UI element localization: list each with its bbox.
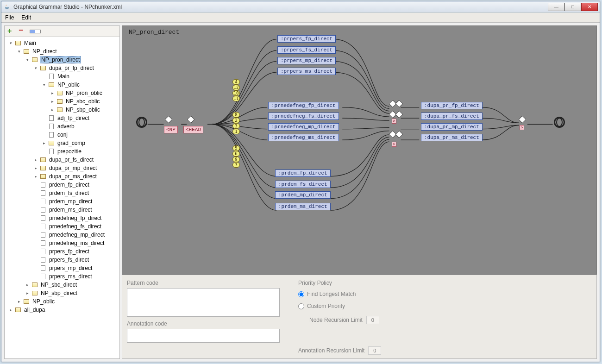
- expand-icon[interactable]: ▸: [50, 91, 55, 95]
- tree-item[interactable]: prdem_mp_direct: [6, 197, 119, 206]
- expand-icon[interactable]: ▸: [33, 157, 38, 162]
- priority-policy-label: Priority Policy: [298, 280, 381, 286]
- tree-item[interactable]: ▸NP_pron_oblic: [6, 89, 119, 97]
- tag-gt[interactable]: >: [392, 142, 396, 147]
- tree-item[interactable]: ▸dupa_pr_ms_direct: [6, 172, 119, 181]
- tree-item[interactable]: ▾NP_oblic: [6, 81, 119, 89]
- expand-icon[interactable]: ▸: [42, 141, 46, 145]
- minimize-button[interactable]: —: [548, 3, 564, 11]
- close-button[interactable]: ✕: [581, 3, 598, 11]
- grammar-tree[interactable]: ▾Main▾NP_direct▾NP_pron_direct▾dupa_pr_f…: [5, 37, 119, 358]
- collapse-icon[interactable]: ▾: [25, 57, 30, 62]
- node-prpers-fs[interactable]: :prpers_fs_direct: [277, 46, 336, 54]
- tag-gt[interactable]: >: [520, 125, 524, 130]
- tree-item[interactable]: ▾Main: [6, 39, 119, 47]
- node-prpers-mp[interactable]: :prpers_mp_direct: [277, 57, 336, 64]
- tree-item[interactable]: prpers_fp_direct: [6, 247, 119, 256]
- tree-item[interactable]: prnedefneg_fp_direct: [6, 214, 119, 222]
- tag-gt[interactable]: >: [392, 119, 396, 124]
- node-prnedefneg-mp[interactable]: :prnedefneg_mp_direct: [268, 123, 339, 131]
- tag-np[interactable]: <NP: [164, 126, 178, 133]
- menu-edit[interactable]: Edit: [21, 14, 31, 21]
- expand-icon[interactable]: ▸: [33, 166, 38, 170]
- node-dupa-fp[interactable]: :dupa_pr_fp_direct: [421, 102, 483, 109]
- tree-item[interactable]: ▾dupa_pr_fp_direct: [6, 64, 119, 72]
- tree-item[interactable]: ▸NP_sbp_direct: [6, 289, 119, 297]
- node-dupa-ms[interactable]: :dupa_pr_ms_direct: [421, 134, 483, 141]
- pattern-code-input[interactable]: [127, 288, 280, 317]
- radio-custom-priority[interactable]: Custom Priority: [298, 303, 381, 309]
- expand-icon[interactable]: ▸: [25, 291, 30, 295]
- tree-item[interactable]: ▾NP_pron_direct: [6, 56, 119, 64]
- diamond-np-in[interactable]: [165, 116, 173, 124]
- node-prdem-ms[interactable]: :prdem_ms_direct: [275, 203, 331, 210]
- diamond-head-in[interactable]: [187, 116, 195, 124]
- tree-item[interactable]: ▾NP_direct: [6, 47, 119, 56]
- collapse-icon[interactable]: ▾: [33, 66, 38, 70]
- diamond-mid[interactable]: [395, 131, 403, 138]
- graph-canvas[interactable]: NP_pron_direct: [122, 25, 597, 275]
- tree-item[interactable]: prpers_mp_direct: [6, 264, 119, 272]
- node-recursion-input[interactable]: [366, 316, 379, 324]
- tree-item[interactable]: adverb: [6, 122, 119, 131]
- radio-longest-match[interactable]: Find Longest Match: [298, 291, 381, 297]
- node-prdem-fs[interactable]: :prdem_fs_direct: [275, 181, 331, 188]
- node-prnedefneg-fs[interactable]: :prnedefneg_fs_direct: [268, 113, 339, 120]
- diamond-mid[interactable]: [395, 111, 403, 119]
- tree-item[interactable]: ▸NP_sbc_direct: [6, 281, 119, 289]
- diamond-end[interactable]: [519, 116, 527, 124]
- add-icon[interactable]: +: [7, 28, 15, 35]
- annotation-recursion-input[interactable]: [368, 346, 381, 355]
- tree-item[interactable]: ▸dupa_pr_mp_direct: [6, 164, 119, 172]
- expand-icon[interactable]: ▸: [50, 107, 55, 112]
- tree-item[interactable]: ▸NP_sbp_oblic: [6, 106, 119, 114]
- node-prpers-fp[interactable]: :prpers_fp_direct: [277, 35, 336, 43]
- radio-custom-priority-input[interactable]: [298, 303, 304, 309]
- node-dupa-mp[interactable]: :dupa_pr_mp_direct: [421, 123, 483, 131]
- tree-item[interactable]: ▸NP_sbc_oblic: [6, 97, 119, 106]
- tree-item[interactable]: prnedefneg_mp_direct: [6, 231, 119, 239]
- tree-item[interactable]: Main: [6, 72, 119, 81]
- tree-item[interactable]: prdem_fs_direct: [6, 189, 119, 197]
- tree-item[interactable]: prnedefneg_ms_direct: [6, 239, 119, 247]
- tree-item[interactable]: prpers_ms_direct: [6, 272, 119, 281]
- tree-item[interactable]: prnedefneg_fs_direct: [6, 222, 119, 231]
- node-prdem-mp[interactable]: :prdem_mp_direct: [275, 191, 331, 199]
- start-terminal[interactable]: [136, 117, 147, 128]
- remove-icon[interactable]: −: [19, 28, 26, 35]
- node-dupa-fs[interactable]: :dupa_pr_fs_direct: [421, 113, 483, 120]
- menu-file[interactable]: File: [5, 14, 14, 21]
- tree-item[interactable]: ▸dupa_pr_fs_direct: [6, 156, 119, 164]
- file-icon: [40, 248, 46, 255]
- tree-item[interactable]: ▸grad_comp: [6, 139, 119, 147]
- file-icon: [40, 240, 46, 246]
- tree-item[interactable]: conj: [6, 131, 119, 139]
- tag-head[interactable]: <HEAD: [183, 126, 203, 133]
- annotation-code-input[interactable]: [127, 329, 280, 343]
- expand-icon[interactable]: ▸: [8, 308, 13, 312]
- collapse-icon[interactable]: ▾: [42, 82, 46, 87]
- expand-icon[interactable]: ▸: [33, 174, 38, 179]
- tree-item[interactable]: prpers_fs_direct: [6, 256, 119, 264]
- node-prpers-ms[interactable]: :prpers_ms_direct: [277, 68, 336, 75]
- expand-icon[interactable]: ▸: [50, 99, 55, 104]
- tree-item[interactable]: prdem_ms_direct: [6, 206, 119, 214]
- node-prnedefneg-fp[interactable]: :prnedefneg_fp_direct: [268, 102, 339, 109]
- collapse-icon[interactable]: ▾: [8, 41, 13, 45]
- expand-icon[interactable]: ▸: [25, 282, 30, 287]
- node-prdem-fp[interactable]: :prdem_fp_direct: [275, 169, 331, 177]
- tree-item[interactable]: adj_fp_direct: [6, 114, 119, 122]
- tree-item-label: adj_fp_direct: [56, 115, 90, 121]
- diamond-mid[interactable]: [395, 100, 403, 108]
- tree-item[interactable]: prepozitie: [6, 147, 119, 156]
- tree-item[interactable]: ▸all_dupa: [6, 306, 119, 314]
- tree-item[interactable]: prdem_fp_direct: [6, 181, 119, 189]
- maximize-button[interactable]: □: [564, 3, 581, 11]
- radio-longest-match-input[interactable]: [298, 291, 304, 297]
- expand-icon[interactable]: ▸: [17, 299, 21, 304]
- collapse-icon[interactable]: ▾: [17, 49, 21, 54]
- rename-icon[interactable]: [30, 30, 41, 33]
- tree-item[interactable]: ▸NP_oblic: [6, 297, 119, 306]
- node-prnedefneg-ms[interactable]: :prnedefneg_ms_direct: [268, 134, 339, 141]
- end-terminal[interactable]: [554, 117, 565, 128]
